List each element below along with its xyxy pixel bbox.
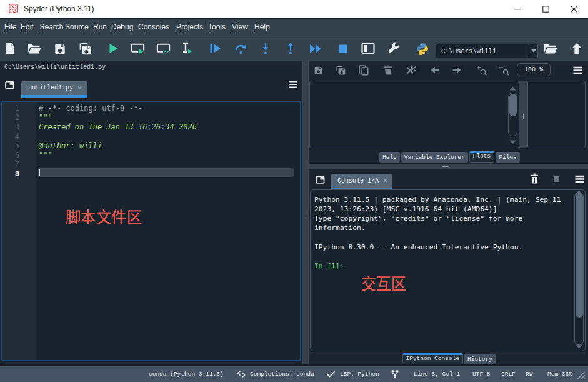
console-browse-tabs-icon[interactable] [316, 176, 325, 184]
horizontal-splitter-handle[interactable] [442, 166, 449, 168]
ipython-console-output[interactable]: Python 3.11.5 | packaged by Anaconda, In… [310, 189, 586, 351]
console-scroll-down-icon[interactable] [576, 344, 582, 349]
browse-tabs-icon[interactable] [5, 81, 14, 89]
remove-console-icon[interactable] [531, 173, 539, 184]
line-number-1: 1 [2, 104, 19, 113]
save-icon[interactable] [52, 36, 67, 61]
debug-file-icon[interactable] [207, 36, 222, 61]
status-memory: Mem 36% [547, 366, 572, 382]
tab-history[interactable]: History [464, 354, 496, 364]
minimize-button[interactable] [508, 0, 527, 18]
next-plot-icon[interactable] [450, 61, 464, 79]
plots-splitter-handle[interactable] [523, 114, 524, 119]
debug-step-return-icon[interactable] [283, 36, 298, 61]
tab-help[interactable]: Help [379, 152, 400, 163]
run-cell-advance-icon[interactable] [156, 36, 171, 61]
code-line-2: """ [39, 113, 52, 123]
plots-pane: 100 % HelpVariable ExplorerPlotsFiles [309, 61, 588, 164]
menu-view[interactable]: View [232, 19, 248, 36]
run-cell-icon[interactable] [131, 36, 146, 61]
debug-continue-icon[interactable] [233, 36, 248, 61]
tab-ipython-console[interactable]: IPython Console [402, 353, 464, 365]
plots-scroll-up-icon[interactable] [509, 86, 516, 91]
previous-plot-icon[interactable] [428, 61, 442, 79]
line-number-8: 8 [2, 169, 19, 179]
menu-debug[interactable]: Debug [111, 19, 133, 36]
zoom-out-icon[interactable] [497, 61, 511, 79]
plots-scroll-down-icon[interactable] [509, 140, 516, 144]
console-line-6: IPython 8.30.0 -- An enhanced Interactiv… [314, 243, 522, 252]
line-number-5: 5 [2, 141, 19, 151]
menu-search[interactable]: Search [40, 19, 64, 36]
editor-tab-untitled1[interactable]: untitled1.py × [21, 81, 87, 95]
line-number-4: 4 [2, 132, 19, 141]
maximize-button[interactable] [536, 0, 555, 18]
editor-tab-close-icon[interactable]: × [77, 84, 82, 93]
text-cursor [39, 169, 41, 176]
save-all-plots-icon[interactable] [334, 61, 347, 79]
maximize-pane-icon[interactable] [361, 36, 376, 61]
close-button[interactable] [564, 0, 583, 18]
debug-step-into-icon[interactable] [258, 36, 273, 61]
check-icon [326, 371, 336, 378]
save-all-icon[interactable] [78, 36, 93, 61]
console-prompt: In [1]: [314, 261, 344, 271]
zoom-level-display: 100 % [517, 63, 551, 76]
code-line-3: Created on Tue Jan 13 16:26:34 2026 [39, 123, 197, 132]
tab-files[interactable]: Files [496, 152, 520, 163]
annotation-interactive-area [361, 275, 406, 291]
menubar: FileEditSearchSourceRunDebugConsolesProj… [0, 18, 588, 36]
run-to-line-icon[interactable] [308, 36, 323, 61]
menu-edit[interactable]: Edit [21, 19, 34, 36]
tab-variable-explorer[interactable]: Variable Explorer [401, 152, 468, 163]
browse-directory-icon[interactable] [543, 36, 558, 61]
working-directory-dropdown[interactable] [529, 44, 537, 58]
working-directory-combobox[interactable]: C:\Users\willi [436, 44, 538, 58]
save-plot-icon[interactable] [311, 61, 325, 79]
menu-source[interactable]: Source [65, 19, 89, 36]
run-selection-icon[interactable] [180, 36, 195, 61]
plots-scrollbar-thumb[interactable] [509, 94, 517, 116]
main-toolbar: C:\Users\willi [0, 36, 588, 61]
editor-gutter: 12345678 [2, 102, 36, 360]
console-line-1: Python 3.11.5 | packaged by Anaconda, In… [314, 195, 561, 204]
code-editor[interactable]: 12345678 # -*- coding: utf-8 -*-"""Creat… [1, 101, 301, 361]
spyder-logo-icon [9, 4, 18, 13]
console-scrollbar-thumb[interactable] [576, 193, 583, 318]
menu-run[interactable]: Run [93, 19, 107, 36]
vertical-splitter-handle[interactable] [306, 210, 307, 216]
code-line-5: @author: willi [39, 141, 102, 151]
interrupt-kernel-icon[interactable] [554, 176, 559, 182]
working-directory-value: C:\Users\willi [436, 48, 529, 55]
open-file-icon[interactable] [27, 36, 42, 61]
zoom-in-icon[interactable] [474, 61, 488, 79]
code-line-6: """ [39, 151, 52, 160]
console-tab-close-icon[interactable]: × [383, 176, 387, 185]
statusbar: conda (Python 3.11.5) Completions: conda… [0, 366, 588, 382]
plot-thumbnails-panel [527, 81, 586, 148]
copy-plot-icon[interactable] [357, 61, 371, 79]
status-completions: Completions: conda [250, 366, 314, 382]
console-tab-label: Console 1/A [337, 178, 379, 184]
console-tab[interactable]: Console 1/A × [331, 174, 392, 188]
tab-plots[interactable]: Plots [469, 151, 495, 163]
new-file-icon[interactable] [2, 36, 17, 61]
resize-grip-icon[interactable] [576, 371, 586, 380]
preferences-wrench-icon[interactable] [386, 36, 401, 61]
remove-all-plots-icon[interactable] [404, 61, 418, 79]
parent-directory-icon[interactable] [569, 36, 584, 61]
menu-help[interactable]: Help [254, 19, 270, 36]
plots-options-menu-icon[interactable] [571, 61, 584, 79]
pane-selector-tabs: HelpVariable ExplorerPlotsFiles [379, 151, 521, 163]
menu-file[interactable]: File [4, 19, 16, 36]
editor-options-menu-icon[interactable] [288, 81, 298, 88]
selected-tab-indicator [470, 151, 494, 153]
run-icon[interactable] [106, 36, 121, 61]
menu-consoles[interactable]: Consoles [138, 19, 169, 36]
menu-tools[interactable]: Tools [208, 19, 226, 36]
remove-plot-icon[interactable] [381, 61, 395, 79]
stop-icon[interactable] [336, 36, 351, 61]
menu-projects[interactable]: Projects [176, 19, 203, 36]
plot-canvas [309, 81, 519, 148]
console-options-menu-icon[interactable] [575, 175, 584, 183]
